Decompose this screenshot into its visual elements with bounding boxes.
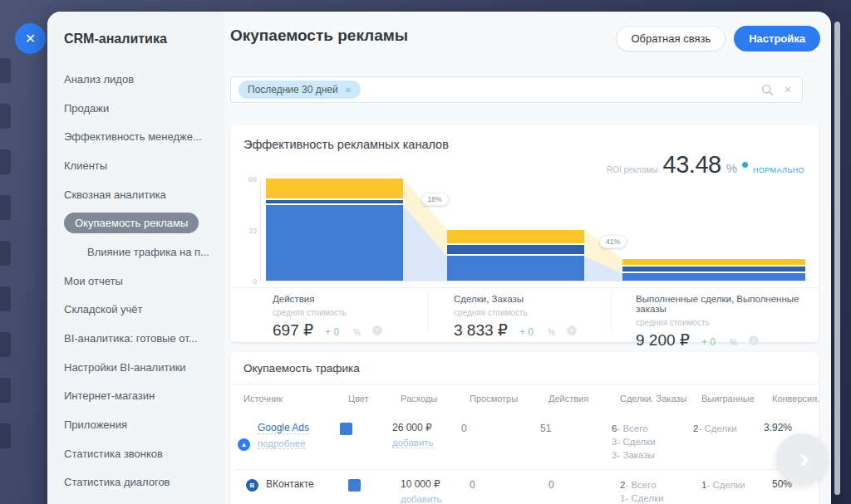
sidebar-item[interactable]: Статистика диалогов: [47, 468, 224, 497]
source-details-wrap: подробнее: [258, 438, 340, 449]
source-name[interactable]: Google Ads: [258, 422, 309, 434]
sidebar-item[interactable]: Эффективность менедже...: [47, 122, 224, 151]
sidebar-item-label: Клиенты: [64, 159, 107, 172]
sidebar-item[interactable]: Окупаемость рекламы: [47, 208, 224, 237]
column-header[interactable]: Цвет: [348, 394, 401, 404]
stat-delta-unit: %: [548, 328, 555, 337]
table-next-arrow[interactable]: ›: [776, 433, 828, 485]
funnel-segment-bottom[interactable]: [447, 256, 584, 281]
sidebar-item[interactable]: Статистика звонков: [47, 439, 224, 468]
filter-chip[interactable]: Последние 30 дней ✕: [239, 81, 361, 99]
sidebar-item-label: Статистика диалогов: [64, 476, 170, 488]
sidebar-item[interactable]: Мои отчеты: [47, 267, 224, 296]
funnel-stat-block: Выполненные сделки, Выполненные заказыср…: [636, 294, 819, 350]
table-card-title: Окупаемость трафика: [243, 362, 360, 374]
sidebar-item[interactable]: Складской учёт: [47, 296, 224, 325]
actions-cell: 51: [540, 422, 612, 434]
traffic-table-card: Окупаемость трафика ИсточникЦветРасходыП…: [230, 352, 819, 504]
sidebar: CRM-аналитика Анализ лидовПродажиЭффекти…: [47, 12, 224, 504]
info-icon[interactable]: i: [372, 325, 382, 335]
background-menu-icon: [0, 58, 11, 83]
table-row: ВВКонтакте10 000 ₽добавить002- Всего1- С…: [235, 469, 819, 504]
stat-sublabel: средняя стоимость: [454, 308, 577, 317]
sidebar-item[interactable]: Клиенты: [47, 151, 224, 180]
expenses-add-link[interactable]: добавить: [401, 494, 442, 504]
expenses-add-wrap: добавить: [401, 490, 470, 504]
chevron-right-icon: ›: [799, 442, 809, 474]
deals-label: - Сделки: [617, 437, 655, 447]
sidebar-item-label: Настройки BI-аналитики: [64, 361, 186, 374]
column-header[interactable]: Действия: [548, 394, 620, 404]
info-icon[interactable]: i: [567, 325, 577, 335]
sidebar-item-label: Окупаемость рекламы: [64, 213, 199, 233]
source-details-link[interactable]: подробнее: [258, 438, 306, 449]
funnel-segment-top[interactable]: [266, 179, 403, 198]
funnel-segment-bottom[interactable]: [622, 273, 805, 281]
sidebar-item[interactable]: Влияние трафика на п...: [47, 237, 224, 267]
filter-chip-label: Последние 30 дней: [248, 84, 338, 95]
source-cell: ▲Google Adsподробнее: [235, 422, 340, 449]
sidebar-item[interactable]: BI-аналитика: готовые от...: [47, 324, 224, 353]
funnel-segment-bottom[interactable]: [266, 205, 403, 281]
stat-name: Сделки, Заказы: [454, 294, 577, 304]
sidebar-item[interactable]: Настройки BI-аналитики: [47, 353, 224, 382]
column-header[interactable]: Расходы: [401, 394, 470, 404]
panel-scrollbar[interactable]: [834, 22, 840, 495]
sidebar-item-label: Приложения: [64, 418, 127, 431]
funnel-chart[interactable]: 6633018%41%: [262, 179, 810, 281]
column-header[interactable]: Выигранные: [701, 394, 772, 404]
source-name[interactable]: ВКонтакте: [266, 478, 314, 490]
actions-cell: 0: [548, 478, 620, 491]
won-line: 1- Сделки: [701, 478, 772, 492]
sidebar-item-label: Статистика звонков: [64, 448, 163, 460]
roi-unit: %: [726, 161, 737, 175]
table-row: ▲Google Adsподробнее26 000 ₽добавить0516…: [235, 415, 819, 469]
y-axis-tick-label: 66: [235, 175, 257, 183]
search-icon[interactable]: [761, 84, 774, 96]
x-axis-line: [260, 281, 810, 281]
filter-search-bar[interactable]: Последние 30 дней ✕ ✕: [230, 76, 803, 103]
column-header[interactable]: Просмотры: [470, 394, 548, 404]
sidebar-item-label: Анализ лидов: [64, 73, 134, 86]
deals-line: 2- Всего: [620, 478, 701, 492]
chip-remove-icon[interactable]: ✕: [345, 86, 352, 95]
funnel-card: Эффективность рекламных каналов ROI рекл…: [230, 125, 819, 342]
deals-label: - Заказы: [617, 450, 654, 460]
color-cell: [340, 422, 392, 435]
info-icon[interactable]: i: [749, 335, 759, 345]
y-axis-tick-label: 33: [235, 227, 257, 235]
deals-line: 6- Всего: [612, 422, 693, 435]
deals-label: - Сделки: [625, 493, 663, 503]
expenses-cell: 10 000 ₽добавить: [401, 478, 470, 504]
sidebar-menu: Анализ лидовПродажиЭффективность менедже…: [47, 65, 224, 497]
funnel-segment-middle[interactable]: [266, 200, 403, 203]
stat-delta: + 0: [519, 326, 534, 338]
funnel-segment-top[interactable]: [447, 230, 584, 244]
channel-color-swatch: [348, 479, 361, 492]
sidebar-title: CRM-аналитика: [64, 32, 167, 46]
funnel-segment-middle[interactable]: [622, 267, 805, 272]
deals-label: - Всего: [625, 480, 656, 490]
sidebar-item[interactable]: Интернет-магазин: [47, 382, 224, 411]
sidebar-item[interactable]: Продажи: [47, 94, 224, 123]
settings-button[interactable]: Настройка: [734, 26, 820, 51]
column-header[interactable]: Сделки. Заказы: [620, 394, 701, 404]
funnel-stat-block: Сделки, Заказысредняя стоимость3 833 ₽+ …: [454, 294, 577, 340]
stat-delta-unit: %: [353, 328, 361, 337]
funnel-segment-middle[interactable]: [447, 245, 584, 254]
column-header[interactable]: Источник: [243, 394, 348, 404]
views-cell: 0: [461, 422, 540, 434]
conversion-rate-badge: 41%: [599, 235, 627, 248]
sidebar-item[interactable]: Анализ лидов: [47, 65, 224, 94]
header-buttons: Обратная связь Настройка: [616, 26, 820, 51]
funnel-segment-top[interactable]: [622, 259, 805, 265]
expenses-add-link[interactable]: добавить: [392, 438, 434, 448]
sidebar-item[interactable]: Сквозная аналитика: [47, 180, 224, 209]
close-panel-button[interactable]: ✕: [15, 23, 46, 54]
clear-filter-icon[interactable]: ✕: [784, 84, 792, 95]
feedback-button[interactable]: Обратная связь: [616, 26, 726, 51]
column-header[interactable]: Конверсия.: [772, 394, 819, 404]
stat-separator: [428, 291, 429, 331]
sidebar-item[interactable]: Приложения: [47, 410, 224, 439]
sidebar-item-label: Продажи: [64, 102, 109, 115]
